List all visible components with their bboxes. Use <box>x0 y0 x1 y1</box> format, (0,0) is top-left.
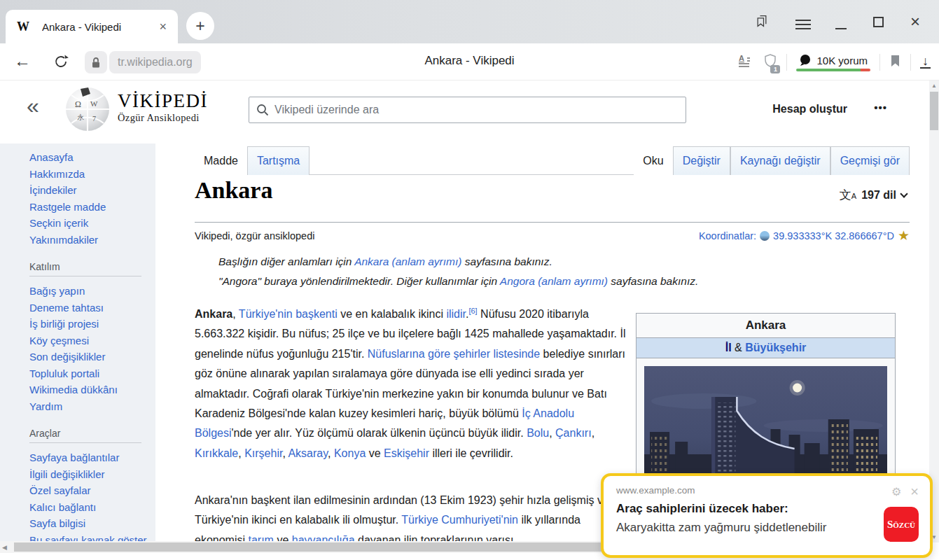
article-link[interactable]: ilidir <box>446 308 466 320</box>
infobox-link-il[interactable]: İl <box>725 342 732 354</box>
browser-tab[interactable]: W Ankara - Vikipedi × <box>6 10 178 43</box>
lock-icon[interactable] <box>85 51 107 74</box>
article-link[interactable]: Angora (anlam ayrımı) <box>500 275 608 287</box>
article-link[interactable]: Eskişehir <box>384 447 429 459</box>
hatnote: "Angora" buraya yönlendirilmektedir. Diğ… <box>218 275 698 288</box>
notification-close-icon[interactable]: × <box>910 484 919 498</box>
wiki-search-box[interactable] <box>249 97 686 123</box>
address-url[interactable]: tr.wikipedia.org <box>109 51 201 74</box>
article-link[interactable]: Aksaray <box>288 447 328 459</box>
toolbar-divider <box>879 54 880 71</box>
bookmark-icon[interactable] <box>889 54 901 71</box>
sidebar-link[interactable]: Bağış yapın <box>29 283 155 300</box>
maximize-button[interactable] <box>873 17 884 27</box>
sidebar-link[interactable]: Hakkımızda <box>29 166 155 183</box>
notification-popup[interactable]: www.example.com ⚙ × Araç sahiplerini üze… <box>601 473 933 558</box>
sidebar-link[interactable]: Köy çeşmesi <box>29 332 155 349</box>
protect-shield-icon[interactable]: 1 <box>763 53 777 71</box>
svg-text:永: 永 <box>77 113 84 121</box>
notification-headline[interactable]: Araç sahiplerini üzecek haber: <box>616 502 917 516</box>
featured-article-star-icon: ★ <box>898 229 910 242</box>
wordmark-tagline: Özgür Ansiklopedi <box>118 112 208 124</box>
article-link[interactable]: Kırşehir <box>244 447 282 459</box>
more-options-icon[interactable]: ••• <box>874 102 887 113</box>
article-paragraph: Ankara'nın başkent ilan edilmesinin ardı… <box>195 491 629 541</box>
article-link[interactable]: [6] <box>468 307 477 315</box>
article-tabs-row: Madde Tartışma Oku Değiştir Kaynağı deği… <box>195 146 910 175</box>
tab-madde[interactable]: Madde <box>195 146 247 175</box>
sidebar-link[interactable]: Rastgele madde <box>29 199 155 216</box>
article-link[interactable]: Türkiye Cumhuriyeti'nin <box>401 514 518 526</box>
sozcu-logo[interactable]: Sözcü <box>884 507 919 542</box>
infobox-subtitle: İl & Büyükşehir <box>637 338 895 358</box>
sidebar-link[interactable]: Wikimedia dükkânı <box>29 382 155 398</box>
sidebar-link[interactable]: Seçkin içerik <box>29 215 155 232</box>
article-link[interactable]: Türkiye'nin <box>239 308 293 320</box>
tab-gecmisi-gor[interactable]: Geçmişi gör <box>830 146 910 175</box>
coordinates-value-link[interactable]: 39.933333°K 32.866667°D <box>773 230 894 241</box>
sidebar-link[interactable]: Kalıcı bağlantı <box>29 499 155 516</box>
article-link[interactable]: Nüfuslarına göre şehirler listesinde <box>368 348 540 360</box>
close-window-button[interactable]: × <box>910 13 920 30</box>
downloads-icon[interactable]: ↓ <box>920 55 931 69</box>
reader-mode-icon[interactable]: A <box>739 54 754 71</box>
browser-menu-icon[interactable] <box>795 17 811 32</box>
sidebar-link[interactable]: Yakınımdakiler <box>29 232 155 248</box>
reload-icon[interactable] <box>53 54 69 72</box>
infobox-link-buyuksehir[interactable]: Büyükşehir <box>745 342 806 354</box>
article-link[interactable]: Ankara (anlam ayrımı) <box>354 255 461 267</box>
vertical-scrollbar[interactable]: ▲ ▼ <box>929 80 939 542</box>
sidebar-link[interactable]: Anasayfa <box>29 149 155 166</box>
scroll-left-arrow[interactable]: ◀ <box>2 544 7 551</box>
article-link[interactable]: Bolu <box>527 427 549 439</box>
scroll-up-arrow[interactable]: ▲ <box>929 83 939 89</box>
article-link[interactable]: Konya <box>334 447 366 459</box>
svg-text:7: 7 <box>92 115 96 122</box>
wikipedia-wordmark[interactable]: VİKİPEDİ Özgür Ansiklopedi <box>118 91 208 124</box>
notification-settings-gear-icon[interactable]: ⚙ <box>891 485 901 498</box>
language-icon: 文A <box>840 187 856 203</box>
comments-widget[interactable]: 10K yorum <box>796 52 870 71</box>
create-account-link[interactable]: Hesap oluştur <box>772 103 847 115</box>
article-link[interactable]: Kırıkkale <box>195 447 238 459</box>
minimize-button[interactable] <box>835 28 847 29</box>
tab-kaynagi-degistir[interactable]: Kaynağı değiştir <box>730 146 830 175</box>
collapse-sidebar-icon[interactable]: « <box>27 93 37 119</box>
sidebar-link[interactable]: Topluluk portali <box>29 365 155 382</box>
wikipedia-globe-logo[interactable]: Ω W 7 永 <box>64 86 111 132</box>
sidebar-link[interactable]: Deneme tahtası <box>29 300 155 316</box>
article-link[interactable]: başkenti <box>295 308 338 320</box>
sidebar-link[interactable]: Yardım <box>29 398 155 415</box>
article-link[interactable]: hayvancılığa <box>292 534 355 541</box>
search-icon <box>256 104 269 116</box>
new-tab-button[interactable]: + <box>186 12 214 40</box>
coordinates-label-link[interactable]: Koordinatlar: <box>699 230 756 241</box>
comment-bubble-icon <box>799 54 812 66</box>
sidebar-link[interactable]: İlgili değişiklikler <box>29 466 155 483</box>
toolbar-page-title: Ankara - Vikipedi <box>280 54 659 68</box>
sidebar-link[interactable]: Özel sayfalar <box>29 482 155 499</box>
sidebar-link[interactable]: İş birliği projesi <box>29 316 155 332</box>
back-icon[interactable]: ← <box>14 51 31 71</box>
article-link[interactable]: tarım <box>248 534 273 541</box>
close-tab-icon[interactable]: × <box>159 20 167 33</box>
search-input[interactable] <box>274 104 679 116</box>
sidebar-link[interactable]: Son değişiklikler <box>29 349 155 365</box>
protect-badge: 1 <box>770 65 780 74</box>
vertical-scrollbar-thumb[interactable] <box>930 92 938 130</box>
tab-oku[interactable]: Oku <box>634 146 672 175</box>
tab-degistir[interactable]: Değiştir <box>673 146 730 175</box>
notification-body[interactable]: Akaryakitta zam yağmuru şiddetlenebilir <box>616 521 917 535</box>
collections-icon[interactable] <box>755 14 769 28</box>
article-link[interactable]: Çankırı <box>555 427 592 439</box>
infobox-title: Ankara <box>637 314 895 338</box>
sidebar-section-title: Katılım <box>29 261 141 276</box>
language-selector[interactable]: 文A 197 dil <box>840 187 907 203</box>
sidebar-link[interactable]: Sayfa bilgisi <box>29 515 155 532</box>
sidebar-link[interactable]: İçindekiler <box>29 182 155 199</box>
comments-count: 10K yorum <box>816 55 868 66</box>
globe-icon[interactable] <box>760 231 770 241</box>
svg-text:Ω: Ω <box>75 99 81 109</box>
sidebar-link[interactable]: Sayfaya bağlantılar <box>29 449 155 466</box>
tab-tartisma[interactable]: Tartışma <box>247 146 309 175</box>
